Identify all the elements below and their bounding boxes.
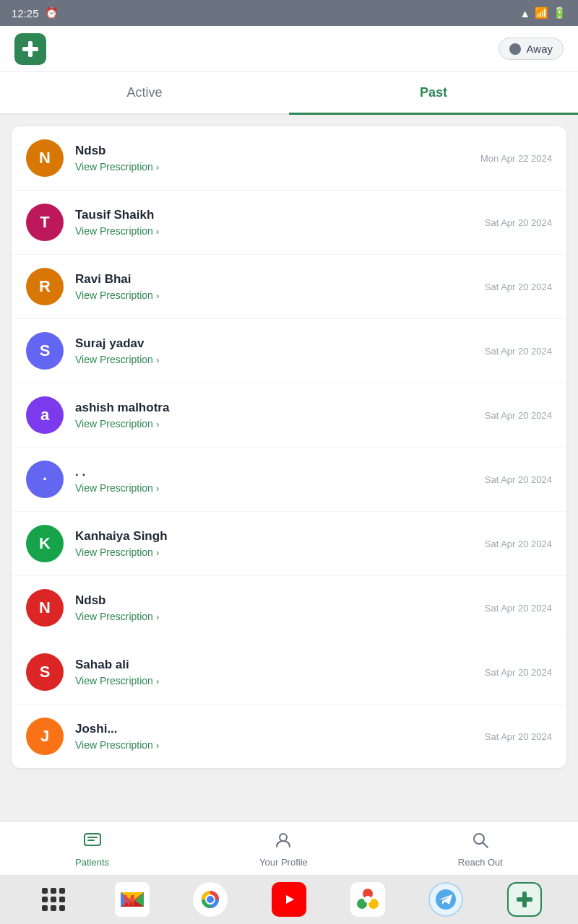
view-prescription-link[interactable]: View Prescription ›	[75, 418, 473, 430]
view-prescription-link[interactable]: View Prescription ›	[75, 225, 473, 237]
patient-info: Ravi Bhai View Prescription ›	[75, 272, 473, 301]
patient-date: Sat Apr 20 2024	[485, 346, 552, 357]
patient-avatar: N	[26, 589, 64, 627]
patient-info: Suraj yadav View Prescription ›	[75, 336, 473, 365]
telegram-icon[interactable]	[428, 882, 463, 917]
patient-avatar: ·	[26, 461, 64, 498]
patient-avatar: T	[26, 204, 64, 241]
patient-date: Sat Apr 20 2024	[485, 217, 552, 228]
patient-item[interactable]: S Suraj yadav View Prescription › Sat Ap…	[12, 319, 566, 383]
signal-icon: 📶	[535, 6, 548, 19]
patient-date: Sat Apr 20 2024	[485, 282, 552, 292]
patients-label: Patients	[75, 857, 109, 868]
chevron-right-icon: ›	[156, 354, 159, 365]
tab-active[interactable]: Active	[0, 72, 289, 113]
away-toggle[interactable]: Away	[499, 38, 564, 60]
nav-reach-out[interactable]: Reach Out	[458, 831, 503, 868]
svg-point-3	[280, 834, 287, 841]
chrome-icon[interactable]	[193, 882, 228, 917]
patients-icon	[83, 831, 102, 854]
status-time: 12:25	[12, 7, 39, 19]
patient-date: Sat Apr 20 2024	[485, 603, 552, 614]
apps-grid-icon[interactable]	[36, 882, 71, 917]
patient-name: ashish malhotra	[75, 401, 473, 415]
patient-info: Tausif Shaikh View Prescription ›	[75, 208, 473, 237]
view-prescription-label: View Prescription	[75, 482, 153, 494]
patient-list: N Ndsb View Prescription › Mon Apr 22 20…	[12, 126, 566, 768]
profile-icon	[274, 831, 293, 854]
patient-name: Ndsb	[75, 593, 473, 608]
app-dock-icon[interactable]	[507, 882, 542, 917]
view-prescription-link[interactable]: View Prescription ›	[75, 354, 473, 365]
patient-name: . .	[75, 465, 473, 479]
patient-name: Tausif Shaikh	[75, 208, 473, 222]
nav-patients[interactable]: Patients	[75, 831, 109, 868]
patient-item[interactable]: a ashish malhotra View Prescription › Sa…	[12, 383, 566, 448]
view-prescription-label: View Prescription	[75, 546, 153, 558]
status-bar: 12:25 ⏰ ▲ 📶 🔋	[0, 0, 578, 26]
patient-item[interactable]: N Ndsb View Prescription › Sat Apr 20 20…	[12, 576, 566, 640]
patient-item[interactable]: N Ndsb View Prescription › Mon Apr 22 20…	[12, 126, 566, 191]
patient-item[interactable]: J Joshi... View Prescription › Sat Apr 2…	[12, 705, 566, 768]
view-prescription-label: View Prescription	[75, 225, 153, 237]
patient-avatar: J	[26, 718, 64, 755]
app-logo[interactable]	[14, 33, 46, 65]
alarm-icon: ⏰	[45, 6, 59, 19]
view-prescription-link[interactable]: View Prescription ›	[75, 611, 473, 622]
patient-info: Joshi... View Prescription ›	[75, 722, 473, 751]
nav-profile[interactable]: Your Profile	[259, 831, 308, 868]
patient-date: Sat Apr 20 2024	[485, 539, 552, 549]
bottom-nav: Patients Your Profile Reach Out	[0, 821, 578, 875]
wifi-icon: ▲	[519, 7, 530, 19]
chevron-right-icon: ›	[156, 419, 159, 430]
chevron-right-icon: ›	[156, 483, 159, 494]
away-status-dot	[509, 43, 521, 55]
chevron-right-icon: ›	[156, 740, 159, 751]
view-prescription-link[interactable]: View Prescription ›	[75, 675, 473, 687]
chevron-right-icon: ›	[156, 611, 159, 622]
view-prescription-label: View Prescription	[75, 354, 153, 365]
status-bar-right: ▲ 📶 🔋	[519, 6, 566, 19]
view-prescription-link[interactable]: View Prescription ›	[75, 546, 473, 558]
system-dock: M	[0, 875, 578, 924]
view-prescription-link[interactable]: View Prescription ›	[75, 482, 473, 494]
patient-date: Sat Apr 20 2024	[485, 474, 552, 485]
reach-out-label: Reach Out	[458, 857, 503, 868]
patient-avatar: a	[26, 396, 64, 434]
patient-name: Kanhaiya Singh	[75, 529, 473, 544]
patient-date: Sat Apr 20 2024	[485, 731, 552, 742]
chevron-right-icon: ›	[156, 676, 159, 687]
photos-icon[interactable]	[350, 882, 385, 917]
tab-bar: Active Past	[0, 72, 578, 115]
search-icon	[471, 831, 490, 854]
youtube-icon[interactable]	[272, 882, 306, 917]
tab-past[interactable]: Past	[289, 72, 578, 113]
view-prescription-label: View Prescription	[75, 611, 153, 622]
svg-rect-20	[522, 892, 527, 907]
svg-line-5	[483, 843, 488, 848]
view-prescription-label: View Prescription	[75, 418, 153, 430]
patient-info: ashish malhotra View Prescription ›	[75, 401, 473, 430]
patient-item[interactable]: · . . View Prescription › Sat Apr 20 202…	[12, 448, 566, 512]
patient-name: Suraj yadav	[75, 336, 473, 351]
view-prescription-label: View Prescription	[75, 675, 153, 687]
view-prescription-label: View Prescription	[75, 739, 153, 751]
view-prescription-link[interactable]: View Prescription ›	[75, 289, 473, 301]
view-prescription-link[interactable]: View Prescription ›	[75, 161, 469, 173]
patient-item[interactable]: T Tausif Shaikh View Prescription › Sat …	[12, 191, 566, 255]
patient-info: Kanhaiya Singh View Prescription ›	[75, 529, 473, 558]
app-header: Away	[0, 26, 578, 72]
patient-item[interactable]: R Ravi Bhai View Prescription › Sat Apr …	[12, 255, 566, 319]
view-prescription-link[interactable]: View Prescription ›	[75, 739, 473, 751]
view-prescription-label: View Prescription	[75, 289, 153, 301]
patient-item[interactable]: K Kanhaiya Singh View Prescription › Sat…	[12, 512, 566, 576]
patient-item[interactable]: S Sahab ali View Prescription › Sat Apr …	[12, 640, 566, 705]
status-bar-left: 12:25 ⏰	[12, 6, 59, 19]
chevron-right-icon: ›	[156, 226, 159, 237]
gmail-icon[interactable]: M	[115, 882, 150, 917]
patient-avatar: N	[26, 139, 64, 177]
battery-icon: 🔋	[553, 6, 566, 19]
patient-avatar: S	[26, 332, 64, 370]
patient-date: Sat Apr 20 2024	[485, 410, 552, 421]
chevron-right-icon: ›	[156, 547, 159, 558]
